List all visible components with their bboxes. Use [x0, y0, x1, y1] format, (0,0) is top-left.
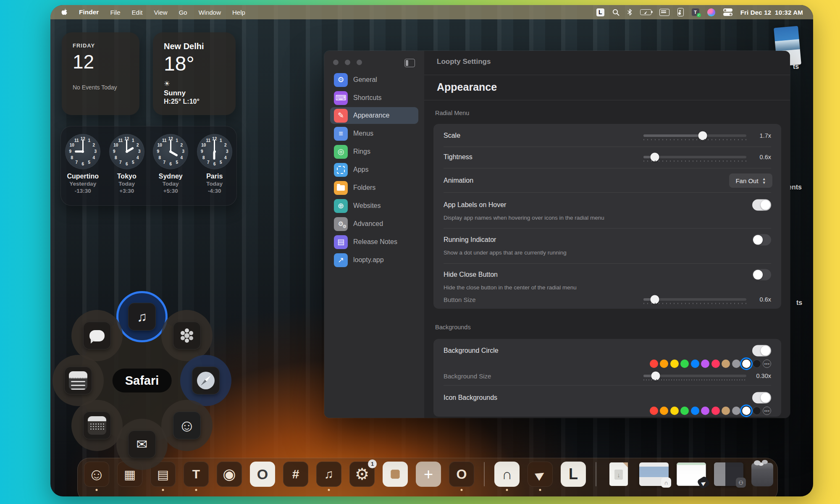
- minimized-window-preview[interactable]: ∩: [639, 462, 669, 486]
- dock-plus-app[interactable]: +: [416, 462, 441, 487]
- background-circle-toggle[interactable]: [752, 345, 771, 357]
- color-swatch[interactable]: [711, 360, 720, 368]
- minimized-window-preview[interactable]: ⚇: [714, 462, 743, 486]
- siri-icon[interactable]: [707, 8, 715, 16]
- desktop-file-label[interactable]: ts: [796, 299, 802, 307]
- color-swatch[interactable]: [753, 360, 761, 368]
- color-swatch[interactable]: [732, 360, 740, 368]
- more-colors-button[interactable]: •••: [763, 407, 771, 415]
- weather-widget[interactable]: New Delhi 18° ☀ Sunny H:25° L:10°: [153, 32, 236, 115]
- sidebar-item-loopty-app[interactable]: ↗ loopty.app: [330, 252, 418, 268]
- sidebar-item-advanced[interactable]: ⚙⚙ Advanced: [330, 215, 418, 232]
- dock-outlook[interactable]: O: [449, 462, 474, 487]
- radial-item-photos[interactable]: [161, 310, 213, 361]
- color-swatch[interactable]: [680, 360, 689, 368]
- color-swatch[interactable]: [650, 407, 658, 415]
- calendar-widget[interactable]: FRIDAY 12 No Events Today: [62, 32, 139, 115]
- minimize-button[interactable]: [345, 60, 350, 65]
- bluetooth-icon[interactable]: [627, 8, 632, 16]
- menu-view[interactable]: View: [154, 9, 167, 16]
- dock-slack[interactable]: #: [283, 462, 308, 487]
- dock-system-settings[interactable]: ⚙1: [349, 462, 375, 487]
- color-swatch[interactable]: [691, 407, 699, 415]
- sidebar-item-menus[interactable]: ≡ Menus: [330, 125, 418, 142]
- radial-item-messages[interactable]: [71, 310, 123, 361]
- apple-menu-icon[interactable]: [61, 8, 68, 16]
- dock-chrome[interactable]: ◉: [217, 462, 242, 487]
- scale-slider[interactable]: [643, 134, 746, 137]
- dock-finder[interactable]: ☺: [84, 462, 109, 487]
- arc-badge-icon: ∩: [661, 478, 671, 488]
- color-swatch[interactable]: [650, 360, 658, 368]
- background-size-slider[interactable]: [643, 375, 746, 377]
- menu-help[interactable]: Help: [232, 9, 245, 16]
- sidebar-item-apps[interactable]: Apps: [330, 161, 418, 178]
- radial-item-safari[interactable]: [180, 355, 231, 406]
- color-swatch-selected[interactable]: [742, 407, 751, 415]
- radial-item-dialpad[interactable]: [71, 400, 123, 451]
- menu-go[interactable]: Go: [179, 9, 187, 16]
- active-app-menu[interactable]: Finder: [79, 8, 99, 16]
- color-swatch[interactable]: [660, 407, 668, 415]
- sidebar-item-appearance[interactable]: ✎ Appearance: [330, 107, 418, 124]
- loopty-menubar-icon[interactable]: L: [596, 8, 604, 16]
- dock-loopty[interactable]: L: [561, 462, 586, 487]
- button-size-slider[interactable]: [643, 298, 746, 301]
- more-colors-button[interactable]: •••: [763, 360, 771, 368]
- radial-center-label[interactable]: Safari: [113, 369, 172, 393]
- color-swatch[interactable]: [722, 360, 730, 368]
- zoom-button[interactable]: [357, 60, 362, 65]
- app-labels-toggle[interactable]: [752, 200, 771, 211]
- control-center-icon[interactable]: [723, 8, 732, 16]
- spotlight-search-icon[interactable]: [612, 8, 620, 16]
- dock-downloads[interactable]: ↓: [606, 462, 631, 487]
- running-indicator-toggle[interactable]: [752, 234, 771, 246]
- battery-icon[interactable]: [640, 9, 651, 15]
- dock-music[interactable]: ♫: [316, 462, 341, 487]
- menu-window[interactable]: Window: [199, 9, 221, 16]
- sidebar-item-shortcuts[interactable]: ⌨ Shortcuts: [330, 89, 418, 106]
- color-swatch[interactable]: [701, 407, 709, 415]
- teams-status-icon[interactable]: T✓: [692, 8, 699, 16]
- color-swatch-selected[interactable]: [742, 360, 751, 368]
- color-swatch[interactable]: [670, 360, 679, 368]
- hide-close-toggle[interactable]: [752, 269, 771, 281]
- sidebar-item-websites[interactable]: ⊕ Websites: [330, 197, 418, 214]
- sidebar-item-folders[interactable]: Folders: [330, 179, 418, 196]
- color-swatch[interactable]: [722, 407, 730, 415]
- tightness-slider[interactable]: [643, 156, 746, 158]
- color-swatch[interactable]: [670, 407, 679, 415]
- animation-dropdown[interactable]: Fan Out ▲▼: [729, 173, 772, 188]
- color-swatch[interactable]: [680, 407, 689, 415]
- dock-sparkle-app[interactable]: [383, 462, 408, 487]
- radial-item-mail[interactable]: ✉: [116, 419, 168, 470]
- dock-arc[interactable]: ∩: [494, 462, 520, 487]
- close-button[interactable]: [333, 60, 339, 65]
- color-swatch[interactable]: [691, 360, 699, 368]
- color-swatch[interactable]: [732, 407, 740, 415]
- dock-trash[interactable]: [751, 462, 777, 487]
- sidebar-item-rings[interactable]: ◎ Rings: [330, 143, 418, 160]
- desktop-file-label[interactable]: ts: [793, 63, 799, 71]
- sidebar-item-general[interactable]: ⚙ General: [330, 71, 418, 88]
- color-swatch[interactable]: [660, 360, 668, 368]
- dock-teams[interactable]: T: [184, 462, 209, 487]
- sidebar-toggle-icon[interactable]: [404, 59, 415, 67]
- menu-file[interactable]: File: [110, 9, 120, 16]
- color-swatch[interactable]: [753, 407, 761, 415]
- minimized-window-preview[interactable]: ▶: [677, 462, 706, 486]
- radial-item-finder[interactable]: ☺: [161, 400, 213, 451]
- icon-backgrounds-toggle[interactable]: [752, 392, 771, 404]
- menu-edit[interactable]: Edit: [132, 9, 143, 16]
- dock-opera[interactable]: O: [250, 462, 275, 487]
- keyboard-input-icon[interactable]: [659, 9, 669, 16]
- radial-item-music[interactable]: ♫: [116, 291, 168, 342]
- radial-item-notes[interactable]: [52, 355, 104, 406]
- color-swatch[interactable]: [711, 407, 720, 415]
- menu-bar-clock[interactable]: Fri Dec 12 10:32 AM: [740, 9, 803, 16]
- world-clock-widget[interactable]: 121234567891011 Cupertino Yesterday -13:…: [60, 126, 237, 206]
- color-swatch[interactable]: [701, 360, 709, 368]
- iphone-mirroring-icon[interactable]: [677, 8, 684, 16]
- dock-send-app[interactable]: ▶: [528, 462, 553, 487]
- sidebar-item-release-notes[interactable]: ▤ Release Notes: [330, 234, 418, 250]
